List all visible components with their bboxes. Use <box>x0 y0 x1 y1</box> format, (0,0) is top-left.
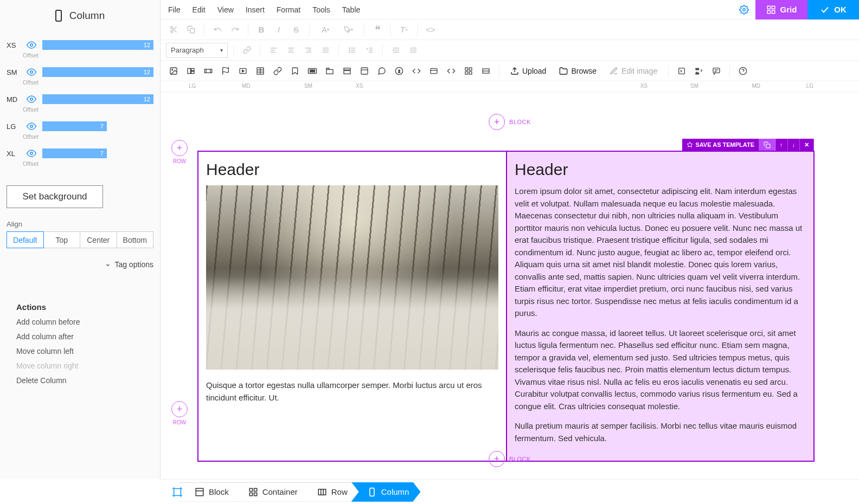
bp-slider[interactable]: 12 <box>42 94 153 104</box>
indent-button[interactable] <box>406 43 421 58</box>
align-bottom-button[interactable]: Bottom <box>117 231 154 248</box>
action-add-column-before[interactable]: Add column before <box>16 318 153 326</box>
action-delete-column[interactable]: Delete Column <box>16 376 153 385</box>
move-up-button[interactable]: ↑ <box>775 139 788 151</box>
column-2-header[interactable]: Header <box>515 160 806 179</box>
content-block[interactable]: SAVE AS TEMPLATE ↑ ↓ ✕ Header Quisque a … <box>197 151 815 462</box>
layout1-button[interactable] <box>461 63 476 79</box>
breadcrumb-block[interactable]: Block <box>179 482 240 502</box>
bp-slider[interactable]: 7 <box>42 121 153 131</box>
add-row-top-button[interactable]: + ROW <box>171 140 188 164</box>
clear-format-button[interactable]: T× <box>396 22 412 37</box>
eye-icon[interactable] <box>26 121 37 131</box>
align-top-button[interactable]: Top <box>44 231 81 248</box>
eye-icon[interactable] <box>26 148 37 158</box>
snippet-button[interactable] <box>674 63 689 79</box>
bold-button[interactable]: B <box>254 22 269 37</box>
flag-button[interactable] <box>218 63 233 79</box>
menu-edit[interactable]: Edit <box>193 5 206 14</box>
add-block-top-button[interactable]: + BLOCK <box>489 114 531 130</box>
column-1-image[interactable] <box>206 185 498 370</box>
align-left-button[interactable] <box>266 43 281 58</box>
move-down-button[interactable]: ↓ <box>788 139 800 151</box>
highlight-button[interactable]: ▾ <box>338 22 358 37</box>
italic-button[interactable]: I <box>271 22 286 37</box>
breadcrumb-column[interactable]: Column <box>351 482 421 502</box>
undo-button[interactable] <box>210 22 225 37</box>
number-list-button[interactable] <box>362 43 377 58</box>
column-1-text[interactable]: Quisque a tortor egestas nulla ullamcorp… <box>206 379 498 404</box>
html-button[interactable] <box>444 63 459 79</box>
bullet-list-button[interactable] <box>344 43 360 58</box>
help-button[interactable] <box>735 63 751 79</box>
bookmark-button[interactable] <box>287 63 303 79</box>
slider-button[interactable] <box>201 63 216 79</box>
embed-button[interactable] <box>409 63 424 79</box>
text-color-button[interactable]: A▾ <box>315 22 336 37</box>
upload-button[interactable]: Upload <box>505 63 552 79</box>
browse-button[interactable]: Browse <box>554 63 602 79</box>
comment-button[interactable] <box>374 63 389 79</box>
chat-button[interactable] <box>709 63 724 79</box>
bp-slider[interactable]: 12 <box>42 67 153 77</box>
column-2-p2[interactable]: Mauris ac congue massa, id laoreet tellu… <box>515 327 806 413</box>
link-button[interactable] <box>239 43 254 58</box>
breadcrumb-row[interactable]: Row <box>302 482 359 502</box>
eye-icon[interactable] <box>26 94 37 104</box>
column-1-header[interactable]: Header <box>206 160 498 179</box>
eye-icon[interactable] <box>26 67 37 77</box>
align-center-button[interactable] <box>283 43 298 58</box>
image-insert-button[interactable] <box>166 63 181 79</box>
ok-button[interactable]: OK <box>807 0 859 20</box>
widget-button[interactable] <box>426 63 441 79</box>
align-right-button[interactable] <box>300 43 316 58</box>
code-button[interactable]: <> <box>423 22 438 37</box>
add-row-bottom-button[interactable]: + ROW <box>171 401 188 425</box>
cut-button[interactable] <box>166 22 181 37</box>
link-insert-button[interactable] <box>270 63 285 79</box>
button-insert-button[interactable]: BTN <box>305 63 320 79</box>
menu-format[interactable]: Format <box>277 5 300 14</box>
align-justify-button[interactable] <box>318 43 333 58</box>
save-template-button[interactable]: SAVE AS TEMPLATE <box>682 139 759 151</box>
menu-insert[interactable]: Insert <box>246 5 265 14</box>
gallery-button[interactable] <box>183 63 198 79</box>
bp-slider[interactable]: 12 <box>42 40 153 50</box>
add-block-bottom-button[interactable]: + BLOCK <box>489 451 531 467</box>
strikethrough-button[interactable]: S <box>289 22 304 37</box>
eye-icon[interactable] <box>26 40 37 50</box>
column-2-p1[interactable]: Lorem ipsum dolor sit amet, consectetur … <box>515 185 806 320</box>
redo-button[interactable] <box>227 22 242 37</box>
menu-file[interactable]: File <box>168 5 181 14</box>
card-button[interactable] <box>357 63 372 79</box>
menu-view[interactable]: View <box>217 5 234 14</box>
align-default-button[interactable]: Default <box>7 231 44 248</box>
action-move-column-left[interactable]: Move column left <box>16 347 153 356</box>
breadcrumb-container[interactable]: Container <box>233 482 309 502</box>
column-1[interactable]: Header Quisque a tortor egestas nulla ul… <box>198 152 506 461</box>
translate-button[interactable]: ende <box>691 63 707 79</box>
menu-tools[interactable]: Tools <box>312 5 330 14</box>
outdent-button[interactable] <box>388 43 403 58</box>
duplicate-block-button[interactable] <box>759 139 775 151</box>
delete-block-button[interactable]: ✕ <box>800 139 814 151</box>
align-center-button[interactable]: Center <box>80 231 117 248</box>
set-background-button[interactable]: Set background <box>7 185 103 208</box>
table-insert-button[interactable] <box>253 63 268 79</box>
tag-options-toggle[interactable]: Tag options <box>7 260 153 269</box>
bp-slider[interactable]: 7 <box>42 148 153 158</box>
copy-button[interactable] <box>183 22 198 37</box>
grid-button[interactable]: Grid <box>755 0 807 20</box>
canvas[interactable]: + BLOCK + ROW SAVE AS TEMPLATE ↑ ↓ ✕ Hea… <box>161 92 859 482</box>
column-2-p3[interactable]: Nulla pretium mauris at semper facilisis… <box>515 420 806 444</box>
column-2[interactable]: Header Lorem ipsum dolor sit amet, conse… <box>506 152 813 461</box>
menu-table[interactable]: Table <box>342 5 360 14</box>
paragraph-select[interactable]: Paragraph ▾ <box>166 43 228 58</box>
accordion-button[interactable] <box>339 63 355 79</box>
layout2-button[interactable] <box>478 63 493 79</box>
action-add-column-after[interactable]: Add column after <box>16 332 153 341</box>
settings-button[interactable] <box>733 5 755 15</box>
counter-button[interactable]: 2 <box>392 63 407 79</box>
quote-button[interactable]: ❝ <box>370 22 385 37</box>
video-button[interactable] <box>235 63 251 79</box>
